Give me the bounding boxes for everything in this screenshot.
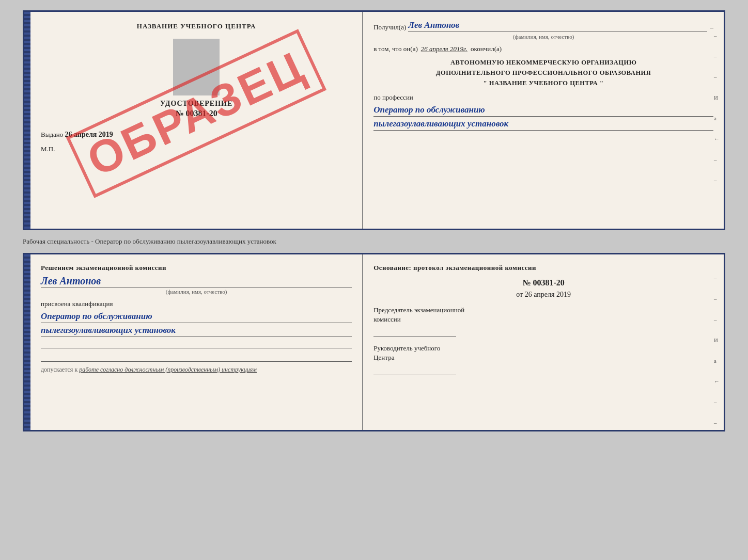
profession-line1: Оператор по обслуживанию — [373, 104, 713, 117]
poluchil-line: Получил(а) Лев Антонов – — [373, 20, 713, 31]
po-professii-label: по профессии — [373, 93, 713, 102]
prisvoyena-label: присвоена квалификация — [41, 300, 352, 308]
bl-name-cursive: Лев Антонов — [41, 275, 352, 287]
bottom-spine — [24, 254, 30, 430]
protokol-number: № 00381-20 — [373, 278, 713, 287]
org-block: АВТОНОМНУЮ НЕКОММЕРЧЕСКУЮ ОРГАНИЗАЦИЮ ДО… — [373, 57, 713, 88]
cert-right-page: Получил(а) Лев Антонов – (фамилия, имя, … — [363, 12, 724, 229]
vtom-date: 26 апреля 2019г. — [421, 45, 467, 53]
blank-line-1 — [41, 338, 352, 348]
profession-line2: пылегазоулавливающих установок — [373, 118, 713, 131]
osnovanie-header: Основание: протокол экзаменационной коми… — [373, 264, 713, 272]
org-name: НАЗВАНИЕ УЧЕБНОГО ЦЕНТРА — [489, 79, 598, 87]
bl-fio-sub: (фамилия, имя, отчество) — [41, 289, 352, 295]
rukovoditel-label-line1: Руководитель учебного — [373, 344, 713, 353]
rukovoditel-signature-line — [373, 363, 456, 375]
predsedatel-label-line1: Председатель экзаменационной — [373, 306, 713, 314]
predsedatel-signature-line — [373, 325, 456, 337]
vtom-line: в том, что он(а) 26 апреля 2019г. окончи… — [373, 45, 713, 53]
ot-label: от — [516, 291, 523, 298]
resheniem-header: Решением экзаменационной комиссии — [41, 264, 352, 272]
ot-date-value: 26 апреля 2019 — [525, 291, 571, 298]
dash-after: – — [710, 23, 714, 31]
bl-prof-line2: пылегазоулавливающих установок — [41, 324, 352, 337]
vtom-label: в том, что он(а) — [373, 45, 418, 53]
bottom-left-page: Решением экзаменационной комиссии Лев Ан… — [30, 254, 363, 430]
predsedatel-label-line2: комиссии — [373, 315, 713, 324]
br-right-margin-dashes: – – – И а ← – – — [714, 275, 720, 426]
fio-subtext-top: (фамилия, имя, отчество) — [373, 34, 713, 40]
bottom-right-page: Основание: протокол экзаменационной коми… — [363, 254, 724, 430]
ot-date: от 26 апреля 2019 — [373, 291, 713, 299]
blank-line-2 — [41, 351, 352, 362]
rukovoditel-label-line2: Центра — [373, 354, 713, 362]
right-margin-dashes: – – – И а ← – – — [714, 33, 720, 183]
cert-school-name: НАЗВАНИЕ УЧЕБНОГО ЦЕНТРА — [41, 22, 352, 30]
dopuskaetsya-prefix: допускается к — [41, 366, 77, 373]
dopuskaetsya-block: допускается к работе согласно должностны… — [41, 366, 352, 374]
org-quote-open: " — [484, 79, 487, 87]
org-name-line: " НАЗВАНИЕ УЧЕБНОГО ЦЕНТРА " — [373, 78, 713, 88]
poluchil-name: Лев Антонов — [408, 20, 707, 31]
vydano-label: Выдано — [41, 131, 63, 138]
org-quote-close: " — [600, 79, 603, 87]
poluchil-label: Получил(а) — [373, 23, 406, 31]
org-line1: АВТОНОМНУЮ НЕКОММЕРЧЕСКУЮ ОРГАНИЗАЦИЮ — [373, 57, 713, 68]
org-line2: ДОПОЛНИТЕЛЬНОГО ПРОФЕССИОНАЛЬНОГО ОБРАЗО… — [373, 68, 713, 78]
separator-text: Рабочая специальность - Оператор по обсл… — [23, 234, 725, 249]
vtom-okoncil: окончил(а) — [471, 45, 502, 53]
bl-prof-line1: Оператор по обслуживанию — [41, 310, 352, 323]
dopuskaetsya-text: работе согласно должностным (производств… — [79, 366, 257, 373]
cert-left-page: НАЗВАНИЕ УЧЕБНОГО ЦЕНТРА УДОСТОВЕРЕНИЕ №… — [30, 12, 363, 229]
